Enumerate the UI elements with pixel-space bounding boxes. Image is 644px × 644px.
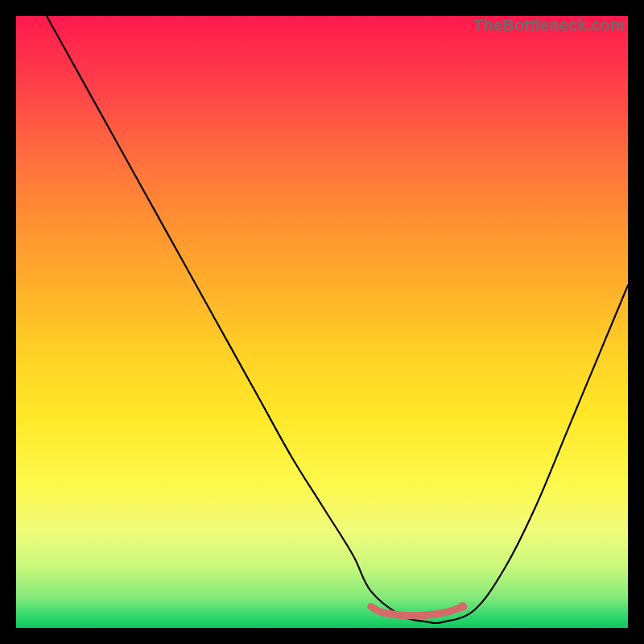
- watermark-text: TheBottleneck.com: [473, 16, 625, 35]
- chart-svg: [16, 16, 628, 628]
- optimal-end-dot: [458, 602, 467, 611]
- bottleneck-curve: [47, 16, 628, 623]
- optimal-band-marker: [371, 606, 463, 615]
- chart-container: TheBottleneck.com: [16, 16, 628, 628]
